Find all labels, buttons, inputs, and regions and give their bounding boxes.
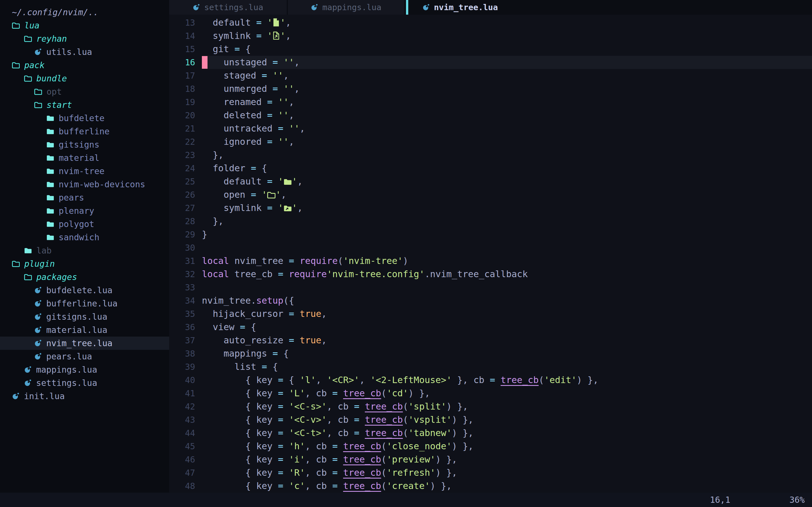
tree-item-label: nvim_tree.lua — [46, 338, 112, 348]
code-line-33[interactable]: 33 — [169, 281, 812, 294]
code-line-18[interactable]: 18 unmerged = '', — [169, 82, 812, 96]
tree-item[interactable]: bufdelete — [0, 112, 169, 125]
tree-item[interactable]: nvim-web-devicons — [0, 178, 169, 191]
code-line-45[interactable]: 45 { key = 'h', cb = tree_cb('close_node… — [169, 440, 812, 453]
tree-item[interactable]: plenary — [0, 204, 169, 217]
code-token: git — [202, 44, 235, 54]
tree-item[interactable]: bufdelete.lua — [0, 284, 169, 297]
tree-item[interactable]: pack — [0, 59, 169, 72]
tree-item-label: material.lua — [46, 325, 107, 335]
code-line-22[interactable]: 22 ignored = '', — [169, 135, 812, 149]
tree-item[interactable]: polygot — [0, 217, 169, 231]
code-line-41[interactable]: 41 { key = 'L', cb = tree_cb('cd') }, — [169, 387, 812, 400]
code-line-13[interactable]: 13 default = '', — [169, 16, 812, 29]
code-line-32[interactable]: 32local tree_cb = require'nvim-tree.conf… — [169, 268, 812, 281]
tree-item[interactable]: opt — [0, 85, 169, 98]
tree-item[interactable]: utils.lua — [0, 45, 169, 59]
code-token: ) — [576, 375, 582, 385]
tree-item[interactable]: material.lua — [0, 323, 169, 337]
code-line-31[interactable]: 31local nvim_tree = require('nvim-tree') — [169, 255, 812, 268]
code-token: , — [286, 31, 291, 41]
code-line-47[interactable]: 47 { key = 'R', cb = tree_cb('refresh') … — [169, 466, 812, 480]
code-line-34[interactable]: 34nvim_tree.setup({ — [169, 294, 812, 307]
code-line-25[interactable]: 25 default = '', — [169, 175, 812, 188]
code-line-30[interactable]: 30 — [169, 241, 812, 255]
code-token: 'R' — [289, 467, 305, 478]
code-token — [338, 454, 343, 465]
tree-item[interactable]: plugin — [0, 257, 169, 270]
code-line-48[interactable]: 48 { key = 'c', cb = tree_cb('create') }… — [169, 480, 812, 493]
code-token: { key — [202, 428, 278, 438]
tree-root-path[interactable]: ~/.config/nvim/.. — [0, 6, 169, 19]
folder-outline-icon — [12, 62, 20, 69]
tree-item[interactable]: pears — [0, 191, 169, 204]
tree-item[interactable]: bundle — [0, 72, 169, 85]
code-editor[interactable]: 13 default = '',14 symlink = '',15 git =… — [169, 15, 812, 493]
code-line-44[interactable]: 44 { key = '<C-t>', cb = tree_cb('tabnew… — [169, 427, 812, 440]
code-token — [495, 375, 500, 385]
line-number: 40 — [169, 374, 202, 387]
tree-item[interactable]: bufferline.lua — [0, 297, 169, 310]
code-token — [294, 308, 300, 319]
tree-item[interactable]: gitsigns.lua — [0, 310, 169, 323]
code-line-40[interactable]: 40 { key = { 'l', '<CR>', '<2-LeftMouse>… — [169, 374, 812, 387]
tree-item[interactable]: packages — [0, 270, 169, 284]
tree-item-label: bufdelete — [59, 113, 105, 123]
code-line-24[interactable]: 24 folder = { — [169, 162, 812, 175]
code-token: { key — [202, 441, 278, 452]
tree-item[interactable]: init.lua — [0, 390, 169, 403]
line-number: 30 — [169, 241, 202, 255]
code-line-19[interactable]: 19 renamed = '', — [169, 96, 812, 109]
code-line-21[interactable]: 21 untracked = '', — [169, 122, 812, 135]
tree-item[interactable]: sandwich — [0, 231, 169, 244]
code-token: { — [256, 163, 267, 173]
code-line-20[interactable]: 20 deleted = '', — [169, 109, 812, 122]
code-line-15[interactable]: 15 git = { — [169, 43, 812, 56]
tab-nvim_tree-lua[interactable]: nvim_tree.lua — [408, 0, 529, 15]
code-line-29[interactable]: 29} — [169, 228, 812, 241]
code-token: , cb — [305, 454, 332, 465]
code-line-17[interactable]: 17 staged = '', — [169, 69, 812, 82]
code-token: = — [262, 70, 267, 81]
code-token — [278, 57, 283, 68]
code-line-28[interactable]: 28 }, — [169, 215, 812, 228]
tree-item[interactable]: lua — [0, 19, 169, 32]
code-line-text: auto_resize = true, — [202, 334, 812, 347]
code-line-46[interactable]: 46 { key = 'i', cb = tree_cb('preview') … — [169, 453, 812, 466]
code-line-43[interactable]: 43 { key = '<C-v>', cb = tree_cb('vsplit… — [169, 413, 812, 427]
code-token: ( — [403, 401, 408, 412]
tree-item[interactable]: settings.lua — [0, 376, 169, 390]
code-line-27[interactable]: 27 symlink = '', — [169, 202, 812, 215]
code-line-35[interactable]: 35 hijack_cursor = true, — [169, 307, 812, 321]
line-number: 34 — [169, 294, 202, 307]
tree-item[interactable]: bufferline — [0, 125, 169, 138]
tree-items: luareyhanutils.luapackbundleoptstartbufd… — [0, 19, 169, 403]
tab-mappings-lua[interactable]: mappings.lua — [288, 0, 404, 15]
code-line-36[interactable]: 36 view = { — [169, 321, 812, 334]
tree-item[interactable]: material — [0, 151, 169, 165]
code-token — [338, 441, 343, 452]
tree-item[interactable]: pears.lua — [0, 350, 169, 363]
code-token: { — [245, 322, 256, 332]
tree-item[interactable]: nvim_tree.lua — [0, 337, 169, 350]
tree-item[interactable]: mappings.lua — [0, 363, 169, 376]
code-line-14[interactable]: 14 symlink = '', — [169, 29, 812, 43]
tree-item[interactable]: nvim-tree — [0, 165, 169, 178]
code-line-37[interactable]: 37 auto_resize = true, — [169, 334, 812, 347]
code-line-38[interactable]: 38 mappings = { — [169, 347, 812, 360]
code-line-39[interactable]: 39 list = { — [169, 360, 812, 374]
folder-filled-icon — [46, 168, 54, 175]
tree-item[interactable]: lab — [0, 244, 169, 257]
code-line-26[interactable]: 26 open = '', — [169, 188, 812, 202]
tree-item-label: plugin — [24, 259, 55, 269]
tree-item-label: material — [59, 153, 100, 163]
tree-item[interactable]: reyhan — [0, 32, 169, 45]
code-token: , cb — [327, 428, 354, 438]
code-line-23[interactable]: 23 }, — [169, 149, 812, 162]
tree-item[interactable]: start — [0, 98, 169, 112]
tab-settings-lua[interactable]: settings.lua — [169, 0, 287, 15]
code-line-42[interactable]: 42 { key = '<C-s>', cb = tree_cb('split'… — [169, 400, 812, 413]
code-line-16[interactable]: 16 unstaged = '', — [169, 56, 812, 69]
tree-item[interactable]: gitsigns — [0, 138, 169, 151]
code-token: = — [267, 203, 272, 213]
